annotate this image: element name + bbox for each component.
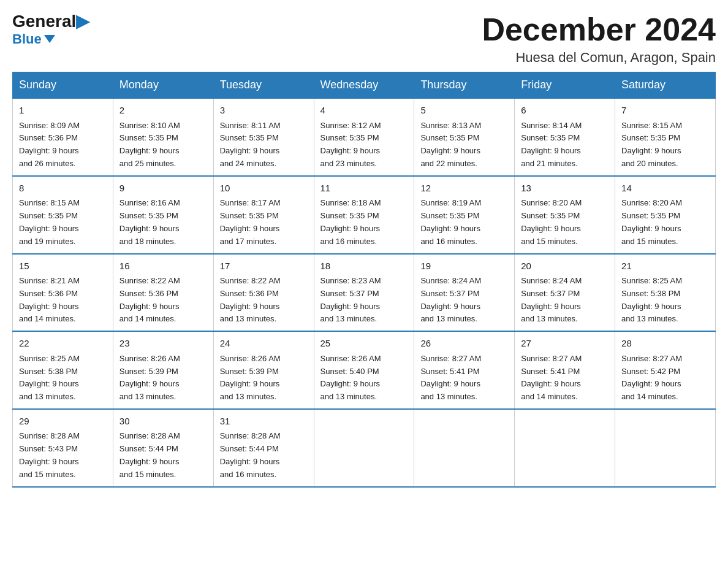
day-info: Sunrise: 8:24 AMSunset: 5:37 PMDaylight:… bbox=[521, 276, 582, 323]
day-number: 11 bbox=[320, 182, 408, 196]
day-info: Sunrise: 8:14 AMSunset: 5:35 PMDaylight:… bbox=[521, 121, 582, 168]
calendar-cell: 18 Sunrise: 8:23 AMSunset: 5:37 PMDaylig… bbox=[314, 254, 414, 332]
day-number: 4 bbox=[320, 104, 408, 118]
day-info: Sunrise: 8:11 AMSunset: 5:35 PMDaylight:… bbox=[220, 121, 281, 168]
calendar-cell: 7 Sunrise: 8:15 AMSunset: 5:35 PMDayligh… bbox=[615, 98, 716, 176]
day-info: Sunrise: 8:28 AMSunset: 5:43 PMDaylight:… bbox=[19, 431, 80, 478]
day-number: 22 bbox=[19, 337, 107, 351]
calendar-cell: 15 Sunrise: 8:21 AMSunset: 5:36 PMDaylig… bbox=[13, 254, 113, 332]
day-info: Sunrise: 8:26 AMSunset: 5:40 PMDaylight:… bbox=[320, 354, 381, 401]
day-number: 27 bbox=[521, 337, 609, 351]
day-header-monday: Monday bbox=[113, 72, 213, 99]
calendar-week-1: 1 Sunrise: 8:09 AMSunset: 5:36 PMDayligh… bbox=[13, 98, 716, 176]
day-info: Sunrise: 8:25 AMSunset: 5:38 PMDaylight:… bbox=[621, 276, 682, 323]
day-info: Sunrise: 8:16 AMSunset: 5:35 PMDaylight:… bbox=[119, 198, 180, 245]
day-number: 18 bbox=[320, 259, 408, 274]
logo: General▶ Blue bbox=[12, 12, 89, 47]
day-number: 19 bbox=[420, 259, 508, 274]
calendar-cell: 31 Sunrise: 8:28 AMSunset: 5:44 PMDaylig… bbox=[213, 409, 314, 487]
calendar-cell: 1 Sunrise: 8:09 AMSunset: 5:36 PMDayligh… bbox=[13, 98, 113, 176]
calendar-cell: 29 Sunrise: 8:28 AMSunset: 5:43 PMDaylig… bbox=[13, 409, 113, 487]
day-header-sunday: Sunday bbox=[13, 72, 113, 99]
calendar-cell bbox=[515, 409, 615, 487]
day-number: 10 bbox=[220, 182, 308, 196]
calendar-week-4: 22 Sunrise: 8:25 AMSunset: 5:38 PMDaylig… bbox=[13, 331, 716, 409]
location: Huesa del Comun, Aragon, Spain bbox=[482, 50, 716, 66]
day-number: 24 bbox=[220, 337, 308, 351]
day-number: 17 bbox=[220, 259, 308, 274]
calendar-cell: 21 Sunrise: 8:25 AMSunset: 5:38 PMDaylig… bbox=[615, 254, 716, 332]
calendar-cell: 9 Sunrise: 8:16 AMSunset: 5:35 PMDayligh… bbox=[113, 176, 213, 254]
day-info: Sunrise: 8:28 AMSunset: 5:44 PMDaylight:… bbox=[119, 431, 180, 478]
day-info: Sunrise: 8:15 AMSunset: 5:35 PMDaylight:… bbox=[621, 121, 682, 168]
day-number: 1 bbox=[19, 104, 107, 118]
calendar-week-5: 29 Sunrise: 8:28 AMSunset: 5:43 PMDaylig… bbox=[13, 409, 716, 487]
calendar-cell: 14 Sunrise: 8:20 AMSunset: 5:35 PMDaylig… bbox=[615, 176, 716, 254]
calendar-table: SundayMondayTuesdayWednesdayThursdayFrid… bbox=[12, 72, 716, 487]
calendar-cell: 25 Sunrise: 8:26 AMSunset: 5:40 PMDaylig… bbox=[314, 331, 414, 409]
day-info: Sunrise: 8:25 AMSunset: 5:38 PMDaylight:… bbox=[19, 354, 80, 401]
day-header-friday: Friday bbox=[515, 72, 615, 99]
day-header-saturday: Saturday bbox=[615, 72, 716, 99]
day-number: 21 bbox=[621, 259, 709, 274]
day-number: 16 bbox=[119, 259, 207, 274]
day-info: Sunrise: 8:18 AMSunset: 5:35 PMDaylight:… bbox=[320, 198, 381, 245]
day-number: 7 bbox=[621, 104, 709, 118]
day-info: Sunrise: 8:09 AMSunset: 5:36 PMDaylight:… bbox=[19, 121, 80, 168]
logo-blue: Blue bbox=[12, 31, 55, 47]
calendar-cell: 24 Sunrise: 8:26 AMSunset: 5:39 PMDaylig… bbox=[213, 331, 314, 409]
day-number: 31 bbox=[220, 415, 308, 429]
calendar-cell: 26 Sunrise: 8:27 AMSunset: 5:41 PMDaylig… bbox=[414, 331, 515, 409]
logo-general: General▶ bbox=[12, 12, 89, 31]
day-number: 9 bbox=[119, 182, 207, 196]
day-info: Sunrise: 8:22 AMSunset: 5:36 PMDaylight:… bbox=[119, 276, 180, 323]
calendar-cell bbox=[314, 409, 414, 487]
calendar-cell: 28 Sunrise: 8:27 AMSunset: 5:42 PMDaylig… bbox=[615, 331, 716, 409]
calendar-cell: 5 Sunrise: 8:13 AMSunset: 5:35 PMDayligh… bbox=[414, 98, 515, 176]
calendar-header-row: SundayMondayTuesdayWednesdayThursdayFrid… bbox=[13, 72, 716, 99]
day-header-thursday: Thursday bbox=[414, 72, 515, 99]
day-info: Sunrise: 8:10 AMSunset: 5:35 PMDaylight:… bbox=[119, 121, 180, 168]
day-info: Sunrise: 8:20 AMSunset: 5:35 PMDaylight:… bbox=[521, 198, 582, 245]
day-number: 28 bbox=[621, 337, 709, 351]
calendar-cell: 22 Sunrise: 8:25 AMSunset: 5:38 PMDaylig… bbox=[13, 331, 113, 409]
day-info: Sunrise: 8:27 AMSunset: 5:42 PMDaylight:… bbox=[621, 354, 682, 401]
day-info: Sunrise: 8:26 AMSunset: 5:39 PMDaylight:… bbox=[220, 354, 281, 401]
day-number: 30 bbox=[119, 415, 207, 429]
calendar-cell: 23 Sunrise: 8:26 AMSunset: 5:39 PMDaylig… bbox=[113, 331, 213, 409]
day-number: 2 bbox=[119, 104, 207, 118]
calendar-cell: 12 Sunrise: 8:19 AMSunset: 5:35 PMDaylig… bbox=[414, 176, 515, 254]
calendar-cell: 8 Sunrise: 8:15 AMSunset: 5:35 PMDayligh… bbox=[13, 176, 113, 254]
day-info: Sunrise: 8:22 AMSunset: 5:36 PMDaylight:… bbox=[220, 276, 281, 323]
day-info: Sunrise: 8:20 AMSunset: 5:35 PMDaylight:… bbox=[621, 198, 682, 245]
day-number: 8 bbox=[19, 182, 107, 196]
day-number: 25 bbox=[320, 337, 408, 351]
day-info: Sunrise: 8:27 AMSunset: 5:41 PMDaylight:… bbox=[521, 354, 582, 401]
day-number: 13 bbox=[521, 182, 609, 196]
calendar-cell: 4 Sunrise: 8:12 AMSunset: 5:35 PMDayligh… bbox=[314, 98, 414, 176]
calendar-cell: 6 Sunrise: 8:14 AMSunset: 5:35 PMDayligh… bbox=[515, 98, 615, 176]
page-header: General▶ Blue December 2024 Huesa del Co… bbox=[12, 12, 716, 66]
calendar-week-2: 8 Sunrise: 8:15 AMSunset: 5:35 PMDayligh… bbox=[13, 176, 716, 254]
day-number: 3 bbox=[220, 104, 308, 118]
day-number: 29 bbox=[19, 415, 107, 429]
calendar-cell bbox=[615, 409, 716, 487]
calendar-cell: 10 Sunrise: 8:17 AMSunset: 5:35 PMDaylig… bbox=[213, 176, 314, 254]
calendar-cell: 2 Sunrise: 8:10 AMSunset: 5:35 PMDayligh… bbox=[113, 98, 213, 176]
calendar-cell: 27 Sunrise: 8:27 AMSunset: 5:41 PMDaylig… bbox=[515, 331, 615, 409]
day-number: 6 bbox=[521, 104, 609, 118]
day-info: Sunrise: 8:27 AMSunset: 5:41 PMDaylight:… bbox=[420, 354, 481, 401]
day-info: Sunrise: 8:13 AMSunset: 5:35 PMDaylight:… bbox=[420, 121, 481, 168]
day-info: Sunrise: 8:23 AMSunset: 5:37 PMDaylight:… bbox=[320, 276, 381, 323]
calendar-cell: 20 Sunrise: 8:24 AMSunset: 5:37 PMDaylig… bbox=[515, 254, 615, 332]
logo-triangle-icon bbox=[44, 35, 55, 43]
day-info: Sunrise: 8:12 AMSunset: 5:35 PMDaylight:… bbox=[320, 121, 381, 168]
day-info: Sunrise: 8:24 AMSunset: 5:37 PMDaylight:… bbox=[420, 276, 481, 323]
month-title: December 2024 bbox=[482, 12, 716, 47]
calendar-cell: 3 Sunrise: 8:11 AMSunset: 5:35 PMDayligh… bbox=[213, 98, 314, 176]
calendar-cell: 17 Sunrise: 8:22 AMSunset: 5:36 PMDaylig… bbox=[213, 254, 314, 332]
title-block: December 2024 Huesa del Comun, Aragon, S… bbox=[482, 12, 716, 66]
day-number: 20 bbox=[521, 259, 609, 274]
day-number: 15 bbox=[19, 259, 107, 274]
day-number: 23 bbox=[119, 337, 207, 351]
